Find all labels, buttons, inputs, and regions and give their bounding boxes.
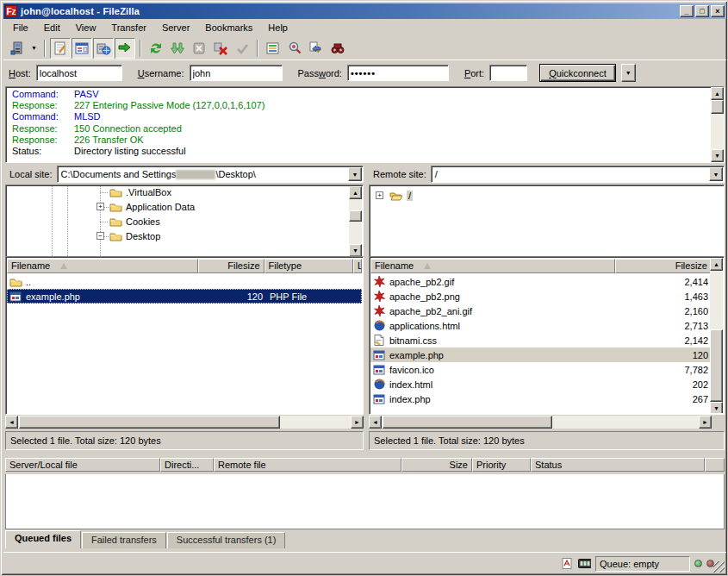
file-row[interactable]: index.html202 [370,377,712,391]
column-header-remote-file[interactable]: Remote file [214,458,401,472]
directory-filter-button[interactable] [263,38,283,59]
disconnect-button[interactable] [210,38,231,59]
column-header-direction[interactable]: Directi... [160,458,214,472]
process-queue-icon [170,41,185,56]
tab-failed-transfers[interactable]: Failed transfers [82,532,166,548]
tab-successful-transfers[interactable]: Successful transfers (1) [167,532,286,548]
file-row[interactable]: apache_pb2_ani.gif2,160 [370,304,712,318]
site-manager-button[interactable] [7,38,28,59]
find-files-button[interactable] [327,38,348,59]
toggle-message-log-button[interactable] [50,38,71,59]
column-header-filename[interactable]: Filename [370,259,615,273]
folder-icon [109,230,122,242]
file-row[interactable]: applications.html2,713 [370,318,712,333]
scroll-thumb[interactable] [19,416,280,429]
menu-server[interactable]: Server [154,21,197,34]
toggle-remote-tree-button[interactable] [93,38,114,59]
expand-plus-icon[interactable]: + [96,203,104,210]
maximize-button[interactable]: □ [695,5,709,17]
reconnect-button[interactable] [232,38,252,59]
file-row[interactable]: favicon.ico7,782 [370,362,712,377]
local-site-dropdown[interactable]: ▼ [348,167,362,181]
log-scrollbar[interactable]: ▲ ▼ [711,87,724,162]
column-header-filename[interactable]: Filename [7,259,198,273]
menu-transfer[interactable]: Transfer [103,21,154,34]
scroll-up-arrow[interactable]: ▲ [710,258,723,271]
column-header-last-modified[interactable]: L [353,259,362,273]
local-tree-scrollbar[interactable]: ▲ ▼ [349,186,362,257]
scroll-left-arrow[interactable]: ◄ [369,416,382,429]
quickconnect-button[interactable]: Quickconnect [539,64,616,82]
file-row-parent-dir[interactable]: .. [7,274,362,289]
scroll-thumb[interactable] [711,100,724,114]
cancel-button[interactable] [189,38,209,59]
toggle-local-tree-button[interactable] [72,38,92,59]
title-bar[interactable]: Fz john@localhost - FileZilla _ □ × [3,3,726,19]
scroll-thumb[interactable] [383,416,552,429]
site-manager-dropdown[interactable]: ▼ [28,39,40,58]
file-row[interactable]: apache_pb2.gif2,414 [370,274,712,289]
toggle-transfer-queue-button[interactable] [115,38,135,59]
scroll-right-arrow[interactable]: ► [699,416,712,429]
file-row[interactable]: bitnami.css2,142 [370,333,712,347]
refresh-button[interactable] [146,38,166,59]
tree-item-virtualbox[interactable]: .VirtualBox [7,185,362,199]
tree-item-application-data[interactable]: + Application Data [7,199,362,214]
menu-help[interactable]: Help [260,21,296,34]
remote-site-combo[interactable]: / ▼ [431,166,725,183]
remote-tree-panel: + / [369,185,725,257]
directory-comparison-button[interactable] [284,38,305,59]
tree-item-root[interactable]: + / [370,188,723,203]
column-header-filesize[interactable]: Filesize [198,259,264,273]
column-header-size[interactable]: Size [401,458,472,472]
column-header-server-local-file[interactable]: Server/Local file [5,458,160,472]
close-button[interactable]: × [711,5,725,17]
scroll-left-arrow[interactable]: ◄ [5,416,18,429]
username-input[interactable] [190,65,283,81]
tab-queued-files[interactable]: Queued files [5,530,81,548]
resize-grip[interactable] [713,561,725,573]
remote-site-dropdown[interactable]: ▼ [709,167,723,181]
menu-edit[interactable]: Edit [36,21,68,34]
local-site-combo[interactable]: C:\Documents and Settings\Desktop\ ▼ [57,166,364,183]
column-header-filetype[interactable]: Filetype [264,259,353,273]
expand-minus-icon[interactable]: − [96,232,104,240]
file-row[interactable]: index.php267 [370,391,712,406]
local-hscrollbar[interactable]: ◄ ► [5,416,364,429]
queue-list[interactable] [5,474,725,529]
message-log[interactable]: Command:PASV Response:227 Entering Passi… [5,86,725,163]
scroll-thumb[interactable] [349,210,362,222]
menu-view[interactable]: View [68,21,104,34]
scroll-down-arrow[interactable]: ▼ [710,402,723,413]
remote-list-scrollbar[interactable]: ▲ ▼ [710,258,723,413]
scroll-up-arrow[interactable]: ▲ [349,186,362,199]
tree-item-desktop[interactable]: − Desktop [7,229,362,243]
pane-splitter[interactable] [364,165,369,449]
process-queue-button[interactable] [167,38,188,59]
file-row-example-php[interactable]: example.php 120 PHP File 1 [7,289,362,304]
minimize-button[interactable]: _ [680,5,694,17]
file-row[interactable]: apache_pb2.png1,463 [370,289,712,304]
column-header-status[interactable]: Status [531,458,705,472]
host-input[interactable] [36,65,122,81]
speed-limit-icon[interactable] [578,558,591,570]
scroll-right-arrow[interactable]: ► [351,416,364,429]
column-header-priority[interactable]: Priority [472,458,531,472]
quickconnect-dropdown[interactable]: ▼ [621,64,636,82]
port-input[interactable] [489,65,527,81]
scroll-down-arrow[interactable]: ▼ [711,149,724,162]
menu-file[interactable]: File [5,21,36,34]
disconnect-icon [213,41,228,56]
password-input[interactable] [347,65,449,81]
synchronized-browsing-button[interactable] [306,38,327,59]
scroll-thumb[interactable] [710,329,723,402]
column-header-filesize[interactable]: Filesize [615,259,712,273]
scroll-down-arrow[interactable]: ▼ [349,244,362,257]
expand-plus-icon[interactable]: + [376,191,383,199]
remote-hscrollbar[interactable]: ◄ ► [369,416,712,429]
menu-bookmarks[interactable]: Bookmarks [197,21,260,34]
transfer-type-icon[interactable] [561,558,574,570]
file-row[interactable]: example.php120 [370,347,712,362]
scroll-up-arrow[interactable]: ▲ [711,87,724,100]
tree-item-cookies[interactable]: Cookies [7,214,362,229]
